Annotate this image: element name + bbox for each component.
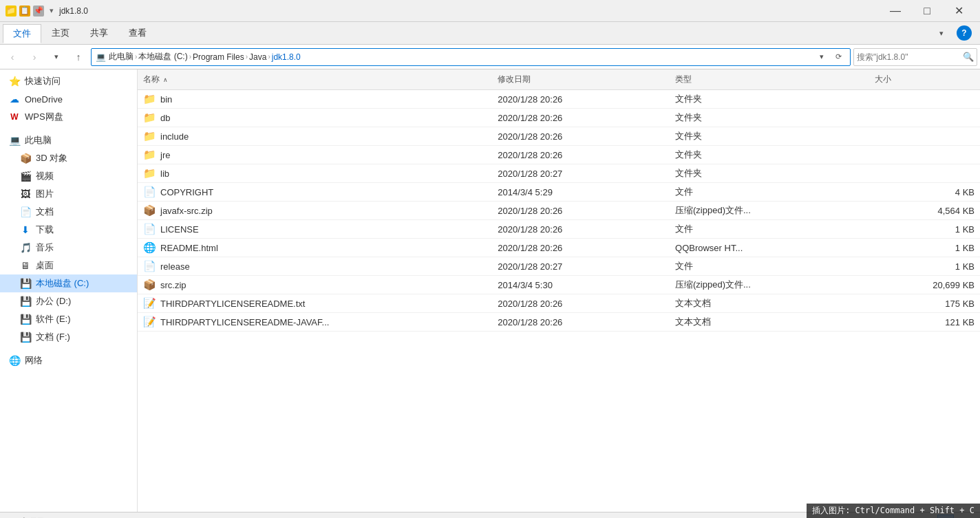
table-row[interactable]: 📄 COPYRIGHT 2014/3/4 5:29 文件 4 KB [138, 183, 980, 202]
tab-home[interactable]: 主页 [41, 23, 80, 43]
file-date: 2020/1/28 20:26 [492, 109, 670, 127]
file-date: 2020/1/28 20:26 [492, 294, 670, 313]
folder-icon: 📁 [143, 149, 156, 161]
sidebar-item-network[interactable]: 🌐 网络 [0, 352, 137, 369]
sidebar-label-locald: 办公 (D:) [36, 295, 71, 307]
file-type: 文件 [670, 183, 869, 202]
file-name-cell: 📝 THIRDPARTYLICENSEREADME.txt [143, 297, 487, 310]
sidebar-item-3dobjects[interactable]: 📦 3D 对象 [0, 149, 137, 167]
sidebar-label-wpsdisk: WPS网盘 [25, 111, 63, 123]
sidebar-item-wpsdisk[interactable]: W WPS网盘 [0, 108, 137, 126]
file-type: QQBrowser HT... [670, 239, 869, 257]
address-part-jdk[interactable]: jdk1.8.0 [272, 52, 301, 62]
zip-icon: 📦 [143, 204, 156, 217]
table-row[interactable]: 📄 release 2020/1/28 20:27 文件 1 KB [138, 257, 980, 276]
col-type[interactable]: 类型 [670, 69, 869, 90]
file-name-cell: 🌐 README.html [143, 241, 487, 254]
table-row[interactable]: 📝 THIRDPARTYLICENSEREADME-JAVAF... 2020/… [138, 313, 980, 332]
col-size[interactable]: 大小 [869, 69, 980, 90]
table-row[interactable]: 📁 bin 2020/1/28 20:26 文件夹 [138, 90, 980, 109]
file-type: 压缩(zipped)文件... [670, 276, 869, 294]
search-bar[interactable]: 🔍 [853, 48, 977, 66]
sidebar-item-locale[interactable]: 💾 软件 (E:) [0, 310, 137, 328]
sidebar-item-thispc[interactable]: 💻 此电脑 [0, 131, 137, 149]
sidebar-item-video[interactable]: 🎬 视频 [0, 167, 137, 185]
address-refresh-btn[interactable]: ⟳ [831, 50, 846, 65]
tab-share[interactable]: 共享 [80, 23, 118, 43]
sidebar-item-localc[interactable]: 💾 本地磁盘 (C:) [0, 274, 137, 292]
ribbon-expand-btn[interactable]: ▾ [932, 23, 951, 43]
file-name-cell: 📝 THIRDPARTYLICENSEREADME-JAVAF... [143, 316, 487, 328]
sidebar-label-video: 视频 [36, 170, 54, 182]
file-icon: 📄 [143, 260, 156, 272]
wpsdisk-icon: W [8, 112, 21, 122]
file-size [869, 146, 980, 164]
table-row[interactable]: 📄 LICENSE 2020/1/28 20:26 文件 1 KB [138, 220, 980, 239]
main-layout: ⭐ 快速访问 ☁ OneDrive W WPS网盘 💻 此电脑 📦 3D 对象 … [0, 69, 980, 512]
sidebar: ⭐ 快速访问 ☁ OneDrive W WPS网盘 💻 此电脑 📦 3D 对象 … [0, 69, 138, 512]
file-type: 文件夹 [670, 164, 869, 183]
address-dropdown-btn[interactable]: ▾ [814, 50, 829, 65]
address-part-computer[interactable]: 此电脑 [109, 51, 134, 63]
maximize-button[interactable]: □ [911, 0, 943, 22]
address-part-java[interactable]: Java [249, 52, 266, 62]
table-row[interactable]: 🌐 README.html 2020/1/28 20:26 QQBrowser … [138, 239, 980, 257]
sidebar-label-music: 音乐 [36, 241, 54, 254]
file-name: THIRDPARTYLICENSEREADME-JAVAF... [160, 317, 329, 327]
sidebar-item-desktop[interactable]: 🖥 桌面 [0, 257, 137, 274]
table-row[interactable]: 📁 db 2020/1/28 20:26 文件夹 [138, 109, 980, 127]
address-sep-2: › [189, 53, 191, 61]
table-row[interactable]: 📦 src.zip 2014/3/4 5:30 压缩(zipped)文件... … [138, 276, 980, 294]
up-button[interactable]: ↑ [69, 47, 88, 67]
sidebar-item-music[interactable]: 🎵 音乐 [0, 239, 137, 257]
search-input[interactable] [857, 52, 963, 62]
addressbar-row: ‹ › ▾ ↑ 💻 此电脑 › 本地磁盘 (C:) › Program File… [0, 45, 980, 69]
file-date: 2020/1/28 20:26 [492, 313, 670, 332]
address-sep-1: › [135, 53, 137, 61]
close-button[interactable]: ✕ [943, 0, 974, 22]
file-size: 20,699 KB [869, 276, 980, 294]
titlebar-icons: 📁 📋 📌 ▾ [6, 6, 54, 17]
titlebar-dropdown-arrow[interactable]: ▾ [50, 6, 54, 15]
table-row[interactable]: 📦 javafx-src.zip 2020/1/28 20:26 压缩(zipp… [138, 202, 980, 220]
sidebar-label-desktop: 桌面 [36, 259, 54, 272]
sidebar-label-localc: 本地磁盘 (C:) [36, 277, 89, 290]
file-name: src.zip [160, 280, 187, 290]
file-name-cell: 📄 COPYRIGHT [143, 186, 487, 198]
browser-icon: 🌐 [143, 241, 156, 254]
recent-button[interactable]: ▾ [47, 47, 66, 67]
file-name-cell: 📦 javafx-src.zip [143, 204, 487, 217]
sidebar-label-localf: 文档 (F:) [36, 331, 70, 343]
file-size [869, 127, 980, 146]
table-row[interactable]: 📁 lib 2020/1/28 20:27 文件夹 [138, 164, 980, 183]
file-area: 名称 ∧ 修改日期 类型 大小 📁 [138, 69, 980, 512]
music-icon: 🎵 [19, 242, 32, 253]
minimize-button[interactable]: — [880, 0, 911, 22]
table-row[interactable]: 📝 THIRDPARTYLICENSEREADME.txt 2020/1/28 … [138, 294, 980, 313]
forward-button[interactable]: › [25, 47, 44, 67]
col-date[interactable]: 修改日期 [492, 69, 670, 90]
txt-icon: 📝 [143, 316, 156, 328]
col-name[interactable]: 名称 ∧ [138, 69, 492, 90]
sidebar-item-quickaccess[interactable]: ⭐ 快速访问 [0, 72, 137, 90]
tab-view[interactable]: 查看 [118, 23, 157, 43]
sidebar-item-downloads[interactable]: ⬇ 下载 [0, 221, 137, 239]
help-btn[interactable]: ? [957, 25, 972, 41]
address-part-c[interactable]: 本地磁盘 (C:) [138, 51, 187, 63]
sidebar-item-pictures[interactable]: 🖼 图片 [0, 185, 137, 203]
sidebar-item-onedrive[interactable]: ☁ OneDrive [0, 90, 137, 108]
address-bar[interactable]: 💻 此电脑 › 本地磁盘 (C:) › Program Files › Java… [91, 48, 851, 66]
tab-file[interactable]: 文件 [3, 24, 41, 43]
locald-icon: 💾 [19, 296, 32, 307]
file-name: javafx-src.zip [160, 206, 213, 216]
ribbon: 文件 主页 共享 查看 ▾ ? [0, 22, 980, 45]
address-part-programfiles[interactable]: Program Files [193, 52, 244, 62]
sidebar-item-documents[interactable]: 📄 文档 [0, 203, 137, 221]
sidebar-item-localf[interactable]: 💾 文档 (F:) [0, 328, 137, 346]
table-row[interactable]: 📁 include 2020/1/28 20:26 文件夹 [138, 127, 980, 146]
sidebar-item-localc-office[interactable]: 💾 办公 (D:) [0, 292, 137, 310]
search-icon[interactable]: 🔍 [963, 52, 974, 62]
thispc-icon: 💻 [8, 135, 21, 146]
back-button[interactable]: ‹ [3, 47, 22, 67]
table-row[interactable]: 📁 jre 2020/1/28 20:26 文件夹 [138, 146, 980, 164]
